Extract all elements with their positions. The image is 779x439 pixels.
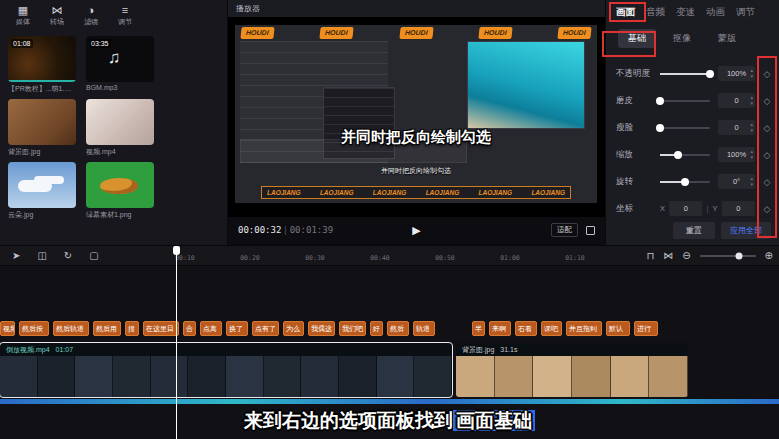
props-subtab[interactable]: 基础: [618, 29, 656, 48]
media-thumbnail[interactable]: [8, 162, 76, 208]
property-slider[interactable]: [660, 154, 710, 156]
media-item[interactable]: 云朵.jpg: [8, 162, 76, 220]
zoom-in-icon[interactable]: ⊕: [765, 251, 773, 261]
media-thumbnail[interactable]: [86, 162, 154, 208]
play-icon[interactable]: ▶: [412, 224, 420, 237]
media-item[interactable]: 绿幕素材1.png: [86, 162, 154, 220]
video-clip[interactable]: 背景图.jpg 31.1s: [456, 343, 688, 397]
media-thumbnail[interactable]: [8, 99, 76, 145]
media-thumbnail[interactable]: [86, 99, 154, 145]
keyframe-icon[interactable]: ◇: [759, 96, 775, 106]
text-clip[interactable]: 并且拖到: [566, 321, 602, 336]
media-item[interactable]: ♫ 03:35 BGM.mp3: [86, 36, 154, 94]
zoom-out-icon[interactable]: ⊖: [682, 251, 690, 261]
text-clip[interactable]: 点有了: [252, 321, 279, 336]
toolbar-item[interactable]: ≡调节: [110, 4, 140, 27]
media-item[interactable]: 背景图.jpg: [8, 99, 76, 157]
slider-knob[interactable]: [656, 124, 664, 132]
text-clip[interactable]: 我们吧: [339, 321, 366, 336]
toolbar-item[interactable]: ▦媒体: [8, 4, 38, 27]
video-clip[interactable]: 倒放视频.mp4 01:07: [0, 343, 452, 397]
media-item[interactable]: 01:08 【PR教程】...萌1.mp4: [8, 36, 76, 94]
magnet-icon[interactable]: ⊓: [646, 251, 654, 261]
text-clip[interactable]: 半: [472, 321, 485, 336]
apply-all-button[interactable]: 应用全部: [721, 222, 771, 239]
props-tab[interactable]: 音频: [646, 6, 665, 19]
text-clip[interactable]: 进行: [634, 321, 658, 336]
props-tab[interactable]: 调节: [736, 6, 755, 19]
slider-knob[interactable]: [656, 97, 664, 105]
media-thumbnail[interactable]: ♫ 03:35: [86, 36, 154, 82]
crop-icon[interactable]: ▢: [89, 251, 98, 261]
text-clip[interactable]: 右看: [515, 321, 537, 336]
text-clip[interactable]: 默认: [606, 321, 630, 336]
text-clip[interactable]: 来啊: [489, 321, 511, 336]
rotate-icon[interactable]: ↻: [64, 251, 72, 261]
toolbar-item[interactable]: ◑滤镜: [76, 4, 106, 27]
text-clip[interactable]: 然后按: [19, 321, 49, 336]
keyframe-icon[interactable]: ◇: [759, 204, 775, 214]
text-clip[interactable]: 搜: [125, 321, 139, 336]
slider-knob[interactable]: [706, 70, 714, 78]
text-clip[interactable]: 然后: [387, 321, 409, 336]
playhead-handle[interactable]: [173, 246, 180, 255]
text-clip[interactable]: 换了: [226, 321, 248, 336]
value-input[interactable]: 0▴▾: [718, 120, 755, 135]
x-axis-label: X: [660, 204, 665, 213]
props-tab[interactable]: 变速: [676, 6, 695, 19]
value-input[interactable]: 0°▴▾: [718, 174, 755, 189]
text-clip[interactable]: 然后轨道: [53, 321, 89, 336]
text-clip[interactable]: 为么: [283, 321, 304, 336]
slider-knob[interactable]: [681, 178, 689, 186]
video-frame[interactable]: HOUDIHOUDIHOUDIHOUDIHOUDI 并同时把反向绘制勾选 并同时…: [235, 25, 597, 203]
keyframe-icon[interactable]: ◇: [759, 123, 775, 133]
reset-button[interactable]: 重置: [673, 222, 715, 239]
stepper-arrows[interactable]: ▴▾: [750, 148, 753, 160]
fullscreen-icon[interactable]: [586, 226, 595, 235]
stepper-arrows[interactable]: ▴▾: [750, 175, 753, 187]
keyframe-icon[interactable]: ◇: [759, 69, 775, 79]
slider-knob[interactable]: [674, 151, 682, 159]
link-icon[interactable]: ⋈: [663, 251, 673, 261]
timeline-zoom-slider[interactable]: [700, 255, 756, 257]
select-icon[interactable]: ➤: [12, 251, 20, 261]
x-coordinate-input[interactable]: 0: [669, 201, 702, 216]
text-clip[interactable]: 轨道: [413, 321, 435, 336]
media-item[interactable]: 视频.mp4: [86, 99, 154, 157]
filmstrip-frame: [113, 356, 151, 397]
text-clip[interactable]: 点离: [200, 321, 222, 336]
player-controls: 00:00:32 | 00:01:39 ▶ 适配: [228, 221, 605, 239]
value-text: 0°: [733, 177, 740, 186]
props-tab[interactable]: 动画: [706, 6, 725, 19]
text-clip[interactable]: 视频: [0, 321, 15, 336]
text-clip[interactable]: 课吧: [541, 321, 562, 336]
property-slider[interactable]: [660, 100, 710, 102]
keyframe-icon[interactable]: ◇: [759, 177, 775, 187]
y-coordinate-input[interactable]: 0: [722, 201, 755, 216]
media-thumbnail[interactable]: 01:08: [8, 36, 76, 82]
props-tab[interactable]: 画面: [616, 6, 635, 19]
value-input[interactable]: 100%▴▾: [718, 147, 755, 162]
fit-dropdown[interactable]: 适配: [551, 223, 578, 237]
property-slider[interactable]: [660, 127, 710, 129]
property-slider[interactable]: [660, 73, 710, 75]
text-clip[interactable]: 合: [183, 321, 196, 336]
keyframe-icon[interactable]: ◇: [759, 150, 775, 160]
props-subtab[interactable]: 抠像: [663, 29, 701, 48]
text-clip[interactable]: 在这里目: [143, 321, 179, 336]
value-input[interactable]: 100%▴▾: [718, 66, 755, 81]
stepper-arrows[interactable]: ▴▾: [750, 67, 753, 79]
toolbar-item[interactable]: ⋈转场: [42, 4, 72, 27]
stepper-arrows[interactable]: ▴▾: [750, 94, 753, 106]
filmstrip-frame: [456, 356, 495, 397]
mirror-icon[interactable]: ◫: [37, 251, 46, 261]
property-slider[interactable]: [660, 181, 710, 183]
stepper-arrows[interactable]: ▴▾: [750, 121, 753, 133]
audio-track[interactable]: [0, 399, 779, 404]
text-clip[interactable]: 我偶这: [308, 321, 335, 336]
props-subtab[interactable]: 蒙版: [708, 29, 746, 48]
value-input[interactable]: 0▴▾: [718, 93, 755, 108]
text-clip[interactable]: 好: [370, 321, 383, 336]
text-clip[interactable]: 然后用: [93, 321, 121, 336]
zoom-slider-knob[interactable]: [735, 252, 742, 259]
